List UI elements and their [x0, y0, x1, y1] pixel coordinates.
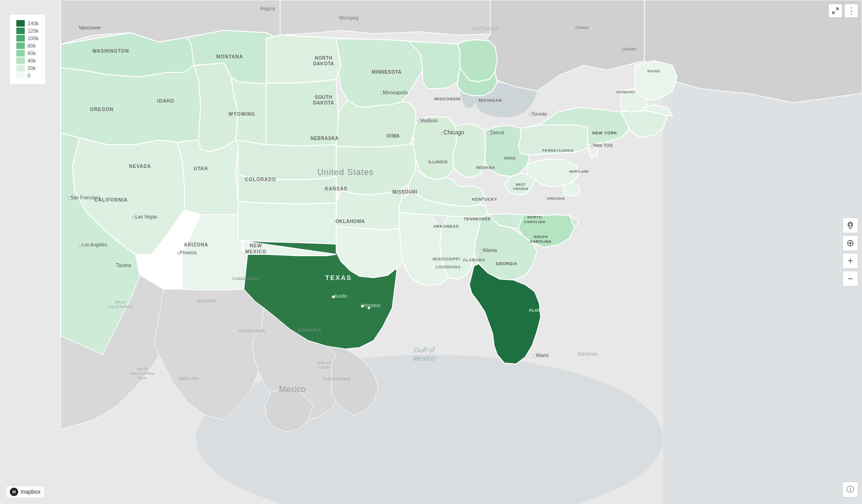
svg-point-101 [534, 355, 537, 357]
map-svg: WASHINGTON OREGON CALIFORNIA NEVADA IDAH… [0, 0, 862, 504]
svg-text:DAKOTA: DAKOTA [313, 100, 334, 105]
svg-text:LEON: LEON [319, 365, 330, 370]
svg-text:SOUTH: SOUTH [534, 235, 548, 239]
svg-text:MONTANA: MONTANA [216, 54, 243, 59]
svg-point-96 [488, 132, 491, 135]
svg-text:MISSOURI: MISSOURI [392, 189, 417, 195]
svg-text:ARKANSAS: ARKANSAS [433, 224, 459, 229]
svg-text:MAINE: MAINE [647, 69, 660, 73]
svg-text:NEVADA: NEVADA [129, 164, 151, 169]
svg-text:Austin: Austin [334, 294, 347, 299]
svg-point-91 [78, 244, 81, 247]
svg-text:Atlanta: Atlanta [482, 248, 497, 253]
svg-text:SONORA: SONORA [197, 299, 217, 303]
svg-text:ALABAMA: ALABAMA [463, 258, 486, 262]
more-options-button[interactable]: ⋮ [844, 4, 858, 18]
svg-text:Detroit: Detroit [490, 130, 504, 135]
mapbox-logo: M mapbox [7, 486, 44, 497]
svg-text:VERMONT: VERMONT [616, 90, 636, 94]
svg-text:VIRGINIA: VIRGINIA [513, 187, 529, 190]
svg-text:United States: United States [317, 168, 374, 177]
svg-text:Bahamas: Bahamas [578, 351, 597, 357]
svg-text:KANSAS: KANSAS [325, 186, 347, 191]
svg-text:OREGON: OREGON [90, 107, 113, 112]
svg-text:Ottawa: Ottawa [575, 25, 589, 30]
svg-point-103 [591, 145, 594, 147]
svg-text:Phoenix: Phoenix [180, 250, 197, 255]
svg-text:KENTUCKY: KENTUCKY [472, 197, 497, 202]
svg-text:New York: New York [593, 143, 613, 148]
svg-text:COLORADO: COLORADO [245, 177, 276, 182]
svg-text:ONTARIO: ONTARIO [473, 26, 499, 31]
svg-text:DAKOTA: DAKOTA [313, 61, 334, 66]
svg-text:NEW: NEW [250, 243, 262, 248]
svg-text:MINNESOTA: MINNESOTA [372, 70, 402, 75]
svg-point-95 [441, 132, 444, 135]
svg-text:Los Angeles: Los Angeles [82, 242, 107, 247]
svg-point-104 [368, 307, 370, 309]
svg-text:UTAH: UTAH [193, 166, 208, 171]
svg-text:Ciudad Juárez: Ciudad Juárez [232, 276, 259, 281]
svg-text:Regina: Regina [260, 6, 275, 11]
svg-text:NUEVO: NUEVO [318, 361, 332, 365]
svg-text:SOUTH: SOUTH [315, 95, 332, 100]
svg-point-94 [381, 92, 383, 95]
zoom-in-button[interactable]: + [842, 253, 858, 269]
compass-button[interactable] [842, 235, 858, 251]
svg-text:NORTH: NORTH [528, 215, 542, 219]
svg-text:MARYLAND: MARYLAND [569, 170, 589, 173]
legend-label-120k: 120k [28, 28, 39, 34]
svg-text:BAJA: BAJA [137, 367, 148, 371]
svg-text:FLORIDA: FLORIDA [529, 308, 550, 313]
info-button[interactable]: ⓘ [842, 482, 858, 497]
svg-text:CALIFORNIA: CALIFORNIA [108, 305, 133, 309]
svg-text:Houston: Houston [363, 303, 381, 308]
legend-label-20k: 20k [28, 65, 36, 71]
svg-text:ILLINOIS: ILLINOIS [428, 160, 448, 164]
svg-text:Minneapolis: Minneapolis [383, 90, 408, 95]
svg-text:TEXAS: TEXAS [325, 274, 352, 281]
svg-text:Chicago: Chicago [444, 129, 464, 136]
svg-text:Quebec: Quebec [622, 47, 637, 51]
svg-text:Gulf of: Gulf of [414, 346, 435, 354]
right-side-controls: + − [842, 217, 858, 287]
svg-text:NEBRASKA: NEBRASKA [311, 136, 339, 141]
svg-point-93 [177, 252, 180, 255]
svg-text:TENNESSEE: TENNESSEE [463, 217, 491, 221]
svg-point-100 [480, 250, 483, 252]
top-right-controls: ⋮ [828, 4, 858, 18]
svg-text:Vancouver: Vancouver [79, 25, 101, 30]
svg-point-99 [361, 305, 364, 308]
svg-text:NORTH: NORTH [315, 56, 332, 61]
legend-label-60k: 60k [28, 50, 36, 56]
svg-text:Winnipeg: Winnipeg [339, 15, 359, 21]
svg-text:Mexico: Mexico [413, 354, 435, 362]
svg-point-98 [332, 295, 335, 298]
legend-label-140k: 140k [28, 21, 39, 26]
svg-text:CHIHUAHUA: CHIHUAHUA [239, 329, 266, 333]
location-pin-button[interactable] [842, 217, 858, 233]
mapbox-text: mapbox [21, 489, 41, 495]
svg-text:LOUISIANA: LOUISIANA [436, 265, 461, 269]
svg-text:ARIZONA: ARIZONA [184, 242, 209, 247]
svg-point-90 [69, 197, 71, 200]
svg-text:Tijuana: Tijuana [116, 263, 131, 268]
svg-point-97 [418, 120, 421, 123]
svg-text:MICHIGAN: MICHIGAN [479, 98, 502, 103]
svg-text:Toronto: Toronto [531, 112, 547, 117]
legend-label-100k: 100k [28, 35, 39, 41]
svg-text:VIRGINIA: VIRGINIA [546, 196, 565, 201]
svg-text:WYOMING: WYOMING [229, 112, 255, 117]
svg-text:OKLAHOMA: OKLAHOMA [336, 219, 365, 224]
svg-text:Miami: Miami [536, 353, 549, 358]
svg-text:CAROLINA: CAROLINA [530, 239, 551, 244]
svg-point-107 [850, 243, 851, 244]
svg-text:GEORGIA: GEORGIA [496, 261, 517, 266]
zoom-out-button[interactable]: − [842, 271, 858, 287]
svg-text:COAHUILA: COAHUILA [298, 328, 321, 332]
legend-label-40k: 40k [28, 58, 36, 63]
svg-text:CAROLINA: CAROLINA [524, 220, 545, 224]
expand-button[interactable] [828, 4, 842, 18]
svg-text:BAJA: BAJA [115, 300, 126, 304]
map-container: WASHINGTON OREGON CALIFORNIA NEVADA IDAH… [0, 0, 862, 504]
